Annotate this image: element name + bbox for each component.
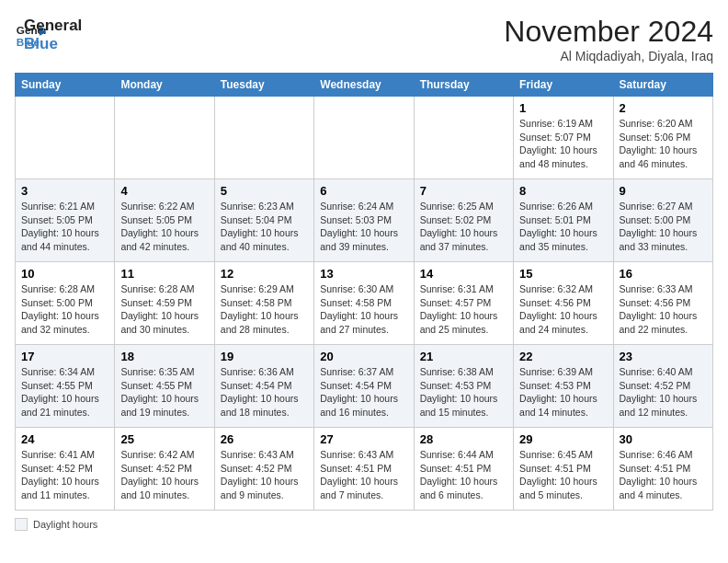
day-info: Sunrise: 6:26 AM Sunset: 5:01 PM Dayligh…: [519, 200, 607, 254]
day-info: Sunrise: 6:39 AM Sunset: 4:53 PM Dayligh…: [519, 365, 607, 419]
week-row-1: 1Sunrise: 6:19 AM Sunset: 5:07 PM Daylig…: [16, 97, 713, 179]
day-number: 26: [221, 432, 308, 446]
day-info: Sunrise: 6:25 AM Sunset: 5:02 PM Dayligh…: [420, 200, 507, 254]
day-cell: 12Sunrise: 6:29 AM Sunset: 4:58 PM Dayli…: [214, 262, 313, 345]
day-info: Sunrise: 6:44 AM Sunset: 4:51 PM Dayligh…: [420, 448, 507, 502]
day-cell: 18Sunrise: 6:35 AM Sunset: 4:55 PM Dayli…: [115, 345, 214, 428]
day-number: 4: [120, 184, 208, 198]
day-info: Sunrise: 6:24 AM Sunset: 5:03 PM Dayligh…: [320, 200, 407, 254]
day-info: Sunrise: 6:28 AM Sunset: 5:00 PM Dayligh…: [21, 282, 108, 337]
day-info: Sunrise: 6:28 AM Sunset: 4:59 PM Dayligh…: [120, 282, 208, 337]
title-block: November 2024 Al Miqdadiyah, Diyala, Ira…: [504, 15, 713, 63]
day-cell: 11Sunrise: 6:28 AM Sunset: 4:59 PM Dayli…: [115, 262, 214, 345]
day-info: Sunrise: 6:23 AM Sunset: 5:04 PM Dayligh…: [221, 200, 308, 254]
day-cell: 29Sunrise: 6:45 AM Sunset: 4:51 PM Dayli…: [514, 428, 613, 511]
day-number: 22: [519, 350, 607, 363]
legend-label: Daylight hours: [33, 519, 97, 530]
logo: General Blue General Blue: [15, 15, 82, 54]
day-info: Sunrise: 6:43 AM Sunset: 4:51 PM Dayligh…: [320, 448, 407, 502]
header-tuesday: Tuesday: [214, 74, 313, 97]
day-number: 27: [320, 432, 407, 446]
day-number: 23: [620, 350, 707, 363]
day-number: 10: [21, 267, 108, 281]
day-cell: 22Sunrise: 6:39 AM Sunset: 4:53 PM Dayli…: [514, 345, 613, 428]
day-info: Sunrise: 6:33 AM Sunset: 4:56 PM Dayligh…: [620, 282, 707, 337]
day-number: 19: [221, 350, 308, 363]
day-cell: 10Sunrise: 6:28 AM Sunset: 5:00 PM Dayli…: [16, 262, 115, 345]
logo-blue: Blue: [24, 35, 82, 53]
day-info: Sunrise: 6:21 AM Sunset: 5:05 PM Dayligh…: [21, 200, 108, 254]
day-number: 30: [620, 432, 707, 446]
day-cell: 15Sunrise: 6:32 AM Sunset: 4:56 PM Dayli…: [514, 262, 613, 345]
header-wednesday: Wednesday: [314, 74, 414, 97]
day-info: Sunrise: 6:45 AM Sunset: 4:51 PM Dayligh…: [519, 448, 607, 502]
day-number: 29: [519, 432, 607, 446]
header-thursday: Thursday: [414, 74, 513, 97]
day-number: 24: [21, 432, 108, 446]
day-number: 7: [420, 184, 507, 198]
day-info: Sunrise: 6:40 AM Sunset: 4:52 PM Dayligh…: [620, 365, 707, 419]
day-info: Sunrise: 6:46 AM Sunset: 4:51 PM Dayligh…: [620, 448, 707, 502]
week-row-5: 24Sunrise: 6:41 AM Sunset: 4:52 PM Dayli…: [16, 428, 713, 511]
day-cell: [314, 97, 414, 179]
day-cell: 8Sunrise: 6:26 AM Sunset: 5:01 PM Daylig…: [514, 179, 613, 262]
day-number: 11: [120, 267, 208, 281]
day-cell: 9Sunrise: 6:27 AM Sunset: 5:00 PM Daylig…: [613, 179, 712, 262]
day-number: 16: [620, 267, 707, 281]
legend-box: [15, 518, 28, 531]
day-cell: 30Sunrise: 6:46 AM Sunset: 4:51 PM Dayli…: [613, 428, 712, 511]
day-cell: 14Sunrise: 6:31 AM Sunset: 4:57 PM Dayli…: [414, 262, 513, 345]
location: Al Miqdadiyah, Diyala, Iraq: [504, 49, 713, 63]
day-info: Sunrise: 6:31 AM Sunset: 4:57 PM Dayligh…: [420, 282, 507, 337]
day-info: Sunrise: 6:38 AM Sunset: 4:53 PM Dayligh…: [420, 365, 507, 419]
logo-general: General: [24, 17, 82, 35]
day-number: 13: [320, 267, 407, 281]
day-number: 5: [221, 184, 308, 198]
day-cell: 26Sunrise: 6:43 AM Sunset: 4:52 PM Dayli…: [214, 428, 313, 511]
week-row-4: 17Sunrise: 6:34 AM Sunset: 4:55 PM Dayli…: [16, 345, 713, 428]
day-cell: [16, 97, 115, 179]
month-title: November 2024: [504, 15, 713, 49]
day-number: 21: [420, 350, 507, 363]
day-cell: 20Sunrise: 6:37 AM Sunset: 4:54 PM Dayli…: [314, 345, 414, 428]
day-cell: 24Sunrise: 6:41 AM Sunset: 4:52 PM Dayli…: [16, 428, 115, 511]
header-sunday: Sunday: [16, 74, 115, 97]
day-number: 6: [320, 184, 407, 198]
day-number: 20: [320, 350, 407, 363]
day-cell: 19Sunrise: 6:36 AM Sunset: 4:54 PM Dayli…: [214, 345, 313, 428]
day-number: 18: [120, 350, 208, 363]
week-row-3: 10Sunrise: 6:28 AM Sunset: 5:00 PM Dayli…: [16, 262, 713, 345]
day-info: Sunrise: 6:36 AM Sunset: 4:54 PM Dayligh…: [221, 365, 308, 419]
day-info: Sunrise: 6:41 AM Sunset: 4:52 PM Dayligh…: [21, 448, 108, 502]
day-info: Sunrise: 6:20 AM Sunset: 5:06 PM Dayligh…: [620, 117, 707, 171]
day-info: Sunrise: 6:34 AM Sunset: 4:55 PM Dayligh…: [21, 365, 108, 419]
day-number: 8: [519, 184, 607, 198]
day-info: Sunrise: 6:29 AM Sunset: 4:58 PM Dayligh…: [221, 282, 308, 337]
day-info: Sunrise: 6:27 AM Sunset: 5:00 PM Dayligh…: [620, 200, 707, 254]
day-cell: 3Sunrise: 6:21 AM Sunset: 5:05 PM Daylig…: [16, 179, 115, 262]
day-cell: 16Sunrise: 6:33 AM Sunset: 4:56 PM Dayli…: [613, 262, 712, 345]
calendar-header-row: SundayMondayTuesdayWednesdayThursdayFrid…: [16, 74, 713, 97]
week-row-2: 3Sunrise: 6:21 AM Sunset: 5:05 PM Daylig…: [16, 179, 713, 262]
day-cell: [214, 97, 313, 179]
day-number: 15: [519, 267, 607, 281]
day-cell: 4Sunrise: 6:22 AM Sunset: 5:05 PM Daylig…: [115, 179, 214, 262]
header-saturday: Saturday: [613, 74, 712, 97]
day-cell: 13Sunrise: 6:30 AM Sunset: 4:58 PM Dayli…: [314, 262, 414, 345]
day-number: 28: [420, 432, 507, 446]
day-info: Sunrise: 6:30 AM Sunset: 4:58 PM Dayligh…: [320, 282, 407, 337]
day-number: 17: [21, 350, 108, 363]
day-cell: 23Sunrise: 6:40 AM Sunset: 4:52 PM Dayli…: [613, 345, 712, 428]
day-cell: [115, 97, 214, 179]
day-info: Sunrise: 6:19 AM Sunset: 5:07 PM Dayligh…: [519, 117, 607, 171]
day-number: 25: [120, 432, 208, 446]
day-cell: 28Sunrise: 6:44 AM Sunset: 4:51 PM Dayli…: [414, 428, 513, 511]
header-monday: Monday: [115, 74, 214, 97]
day-cell: 7Sunrise: 6:25 AM Sunset: 5:02 PM Daylig…: [414, 179, 513, 262]
day-info: Sunrise: 6:22 AM Sunset: 5:05 PM Dayligh…: [120, 200, 208, 254]
header-friday: Friday: [514, 74, 613, 97]
day-cell: 25Sunrise: 6:42 AM Sunset: 4:52 PM Dayli…: [115, 428, 214, 511]
day-info: Sunrise: 6:32 AM Sunset: 4:56 PM Dayligh…: [519, 282, 607, 337]
day-info: Sunrise: 6:43 AM Sunset: 4:52 PM Dayligh…: [221, 448, 308, 502]
day-number: 1: [519, 101, 607, 115]
